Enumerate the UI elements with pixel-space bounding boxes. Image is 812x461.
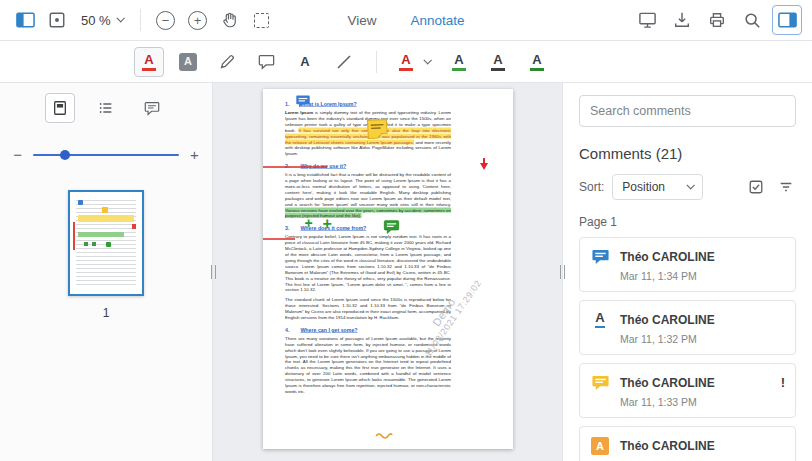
comments-title: Comments (21) [579,145,796,162]
sticky-note-blue-icon [590,247,610,266]
comment-card[interactable]: A Théo CAROLINE Mar 11, 1:32 PM [579,300,796,355]
thumb-red-arrow-mark [132,224,136,229]
text-box-tool-button[interactable]: A [173,47,203,77]
zoom-in-button[interactable]: + [183,5,213,35]
minus-icon: − [156,11,175,30]
red-arrow-annotation[interactable] [479,157,489,175]
page-thumbnail[interactable] [68,190,144,296]
drag-handle-icon [211,265,216,279]
thumb-green-stamp-mark [84,242,88,246]
comment-bubble-icon [295,94,311,109]
hand-icon [221,11,239,29]
red-bracket-annotation[interactable] [263,165,335,245]
print-button[interactable] [702,5,732,35]
sticky-note-tool-button[interactable] [251,47,281,77]
active-highlight-style-button[interactable]: A [394,47,435,77]
tab-thumbnails[interactable] [45,93,75,123]
note-icon [144,101,160,116]
thumb-red-bracket-mark [73,222,75,250]
underline-tool-button[interactable]: A [444,47,474,77]
comment-author: Théo CAROLINE [620,250,715,264]
sticky-note-annotation-yellow[interactable] [366,118,388,143]
download-button[interactable] [667,5,697,35]
thumbnail-size-slider: − + [13,147,199,162]
pdf-page[interactable]: 1.What is Lorem Ipsum? Lorem Ipsum is si… [263,89,513,449]
tab-annotations-list[interactable] [137,93,167,123]
search-comments-input[interactable] [579,95,796,127]
free-text-tool-button[interactable]: A [290,47,320,77]
toolbar-divider [376,51,377,73]
sticky-note-annotation-green[interactable] [383,219,400,239]
thumb-green-highlight-mark [78,232,124,237]
sort-dropdown[interactable]: Position [612,174,703,200]
outline-list-icon [98,100,114,116]
thumb-yellow-note-mark [102,207,108,213]
left-panel-icon [16,12,35,28]
comment-bubble-icon [258,54,275,70]
marquee-zoom-button[interactable] [247,5,277,35]
yellow-note-icon [366,118,388,139]
zoom-level-dropdown[interactable]: 50 % [74,5,130,35]
underline-annotation-icon: A [590,310,610,328]
left-panel-resize-handle[interactable] [207,260,219,284]
line-icon [336,54,352,70]
highlight-tool-button[interactable]: A [134,47,164,77]
line-tool-button[interactable] [329,47,359,77]
tab-outline[interactable] [91,93,121,123]
freehand-tool-button[interactable] [212,47,242,77]
thumb-blue-note-mark [78,200,83,205]
right-panel-toggle-button[interactable] [772,5,802,35]
thumb-yellow-highlight-mark [78,215,134,222]
tab-view[interactable]: View [345,7,378,34]
orange-squiggle-annotation[interactable] [375,425,393,443]
annotation-toolbar: A A A A A [0,41,812,83]
drag-handle-icon [560,265,565,279]
comments-sort-row: Sort: Position [579,174,796,200]
sort-value: Position [622,180,665,194]
left-panel-tabs [45,93,167,123]
green-plus-stamp[interactable]: + [305,216,313,230]
chevron-down-icon [116,14,124,22]
slider-plus-button[interactable]: + [190,147,199,162]
comment-card[interactable]: Théo CAROLINE Mar 11, 1:34 PM [579,237,796,292]
comment-card[interactable]: Théo CAROLINE Mar 11, 1:33 PM ! [579,363,796,418]
slider-handle[interactable] [60,150,70,160]
highlight-style-icon: A [399,53,413,71]
strikeout-tool-button[interactable]: A [483,47,513,77]
right-panel-resize-handle[interactable] [556,260,568,284]
comment-flag: ! [781,373,785,390]
tab-annotate[interactable]: Annotate [408,7,466,34]
free-text-icon: A [300,55,309,68]
filter-button[interactable] [776,177,796,197]
slider-track[interactable] [33,154,179,156]
multi-select-button[interactable] [746,177,766,197]
view-controls-button[interactable] [42,5,72,35]
document-viewer[interactable]: 1.What is Lorem Ipsum? Lorem Ipsum is si… [213,83,562,461]
presentation-button[interactable] [632,5,662,35]
print-icon [708,11,726,29]
top-toolbar: 50 % − + View Annotate [0,0,812,41]
main-body: − + 1 [0,83,812,461]
squiggly-tool-button[interactable]: A [522,47,552,77]
sticky-note-yellow-icon [590,373,610,392]
text-box-tool-icon: A [179,53,197,71]
sort-label: Sort: [579,180,604,194]
toolbar-divider [140,9,141,31]
slider-minus-button[interactable]: − [13,147,22,162]
chevron-down-icon [687,181,695,189]
pan-tool-button[interactable] [215,5,245,35]
marquee-icon [254,13,269,28]
plus-icon: + [188,11,207,30]
zoom-out-button[interactable]: − [151,5,181,35]
squiggly-tool-icon: A [530,53,544,71]
left-panel-toggle-button[interactable] [10,5,40,35]
presentation-icon [638,11,657,29]
sticky-note-annotation-blue[interactable] [295,94,311,113]
green-plus-stamp[interactable]: + [323,216,332,232]
underline-tool-icon: A [452,53,466,71]
search-button[interactable] [737,5,767,35]
view-controls-icon [48,11,66,29]
comment-author: Théo CAROLINE [620,439,715,453]
comment-author: Théo CAROLINE [620,376,715,390]
comment-card[interactable]: A Théo CAROLINE Mar 11, 1:31 PM [579,426,796,461]
